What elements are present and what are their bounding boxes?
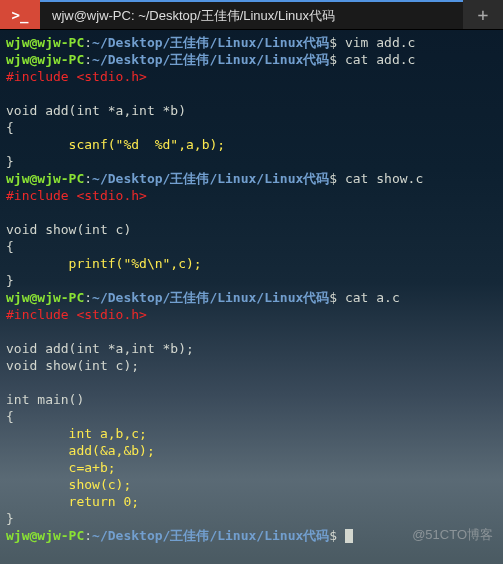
prompt-user: wjw@wjw-PC (6, 35, 84, 50)
new-tab-button[interactable]: + (463, 0, 503, 29)
code-line: } (6, 511, 14, 526)
terminal-tab[interactable]: wjw@wjw-PC: ~/Desktop/王佳伟/Linux/Linux代码 (40, 0, 463, 29)
code-line: #include <stdio.h> (6, 188, 147, 203)
titlebar: >_ wjw@wjw-PC: ~/Desktop/王佳伟/Linux/Linux… (0, 0, 503, 30)
prompt-user: wjw@wjw-PC (6, 528, 84, 543)
prompt-sep: : (84, 35, 92, 50)
cursor (345, 529, 353, 543)
command-text: cat add.c (345, 52, 415, 67)
code-line: return 0; (6, 494, 139, 509)
prompt-symbol: $ (329, 35, 337, 50)
code-line: int main() (6, 392, 84, 407)
prompt-symbol: $ (329, 52, 337, 67)
prompt-symbol: $ (329, 290, 337, 305)
terminal-output[interactable]: wjw@wjw-PC:~/Desktop/王佳伟/Linux/Linux代码$ … (0, 30, 503, 548)
prompt-path: ~/Desktop/王佳伟/Linux/Linux代码 (92, 528, 329, 543)
code-line: } (6, 273, 14, 288)
prompt-path: ~/Desktop/王佳伟/Linux/Linux代码 (92, 35, 329, 50)
command-text: cat show.c (345, 171, 423, 186)
prompt-user: wjw@wjw-PC (6, 171, 84, 186)
prompt-path: ~/Desktop/王佳伟/Linux/Linux代码 (92, 52, 329, 67)
watermark: @51CTO博客 (412, 526, 493, 544)
code-line: add(&a,&b); (6, 443, 155, 458)
prompt-path: ~/Desktop/王佳伟/Linux/Linux代码 (92, 290, 329, 305)
code-line: #include <stdio.h> (6, 69, 147, 84)
prompt-symbol: $ (329, 528, 337, 543)
code-line: void add(int *a,int *b) (6, 103, 186, 118)
code-line: { (6, 239, 14, 254)
code-line: void show(int c) (6, 222, 131, 237)
code-line: void add(int *a,int *b); (6, 341, 194, 356)
prompt-sep: : (84, 171, 92, 186)
prompt-path: ~/Desktop/王佳伟/Linux/Linux代码 (92, 171, 329, 186)
code-line: c=a+b; (6, 460, 116, 475)
prompt-user: wjw@wjw-PC (6, 52, 84, 67)
code-line: } (6, 154, 14, 169)
command-text: cat a.c (345, 290, 400, 305)
code-line: void show(int c); (6, 358, 139, 373)
code-line: { (6, 120, 14, 135)
code-line: show(c); (6, 477, 131, 492)
code-line: int a,b,c; (6, 426, 147, 441)
code-line: scanf("%d %d",a,b); (6, 137, 225, 152)
prompt-sep: : (84, 52, 92, 67)
prompt-sep: : (84, 290, 92, 305)
terminal-app-icon: >_ (0, 0, 40, 29)
code-line: { (6, 409, 14, 424)
command-text: vim add.c (345, 35, 415, 50)
prompt-user: wjw@wjw-PC (6, 290, 84, 305)
prompt-sep: : (84, 528, 92, 543)
code-line: #include <stdio.h> (6, 307, 147, 322)
code-line: printf("%d\n",c); (6, 256, 202, 271)
prompt-symbol: $ (329, 171, 337, 186)
